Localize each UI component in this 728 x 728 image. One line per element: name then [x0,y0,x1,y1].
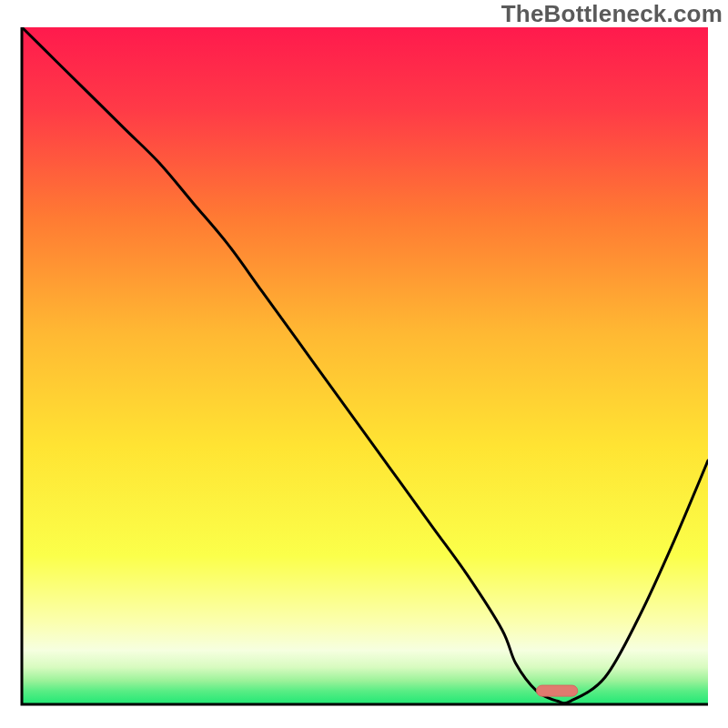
optimal-range-marker [537,685,578,696]
chart-container: TheBottleneck.com [0,0,728,728]
optimal-range-pill [537,685,578,696]
chart-svg [0,0,728,728]
watermark-text: TheBottleneck.com [501,0,723,28]
